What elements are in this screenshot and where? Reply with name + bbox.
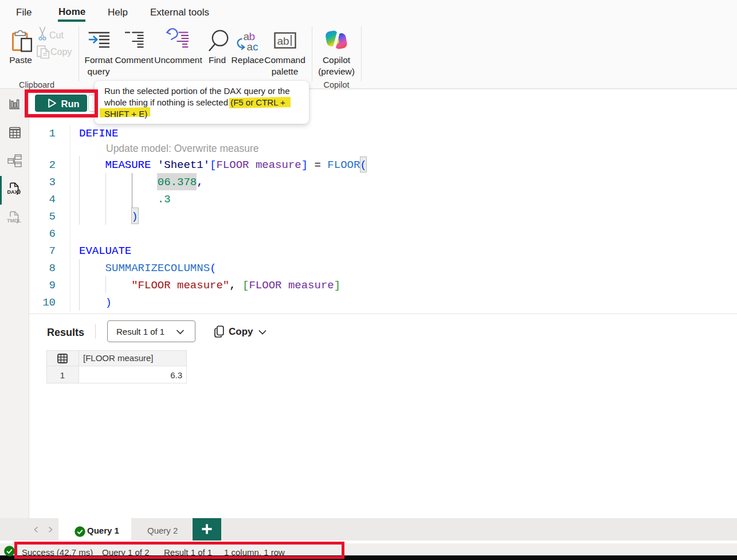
svg-text:a: a <box>247 41 253 53</box>
svg-text:c: c <box>253 41 258 53</box>
svg-text:ab: ab <box>277 35 289 47</box>
